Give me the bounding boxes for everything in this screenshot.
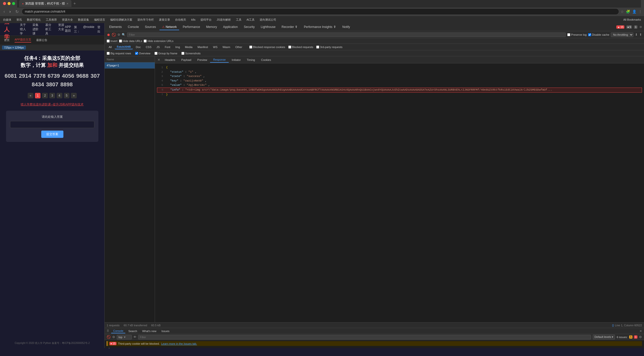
resp-tab-headers[interactable]: Headers [162,57,178,62]
bookmark-tools[interactable]: 工具推荐 [45,17,58,22]
bookmark-all[interactable]: All Bookmarks [622,18,642,22]
search-icon[interactable]: 🔍 [122,33,126,36]
console-expand-arrow[interactable]: › [107,346,642,350]
maximize-button[interactable] [12,2,15,5]
active-tab[interactable]: ● 第四题 管管图，样式干扰 - 猎 ✕ [19,0,71,7]
filter-input[interactable] [127,32,566,37]
bookmark-data-viz[interactable]: 数据可视化 [26,17,42,22]
dt-tab-console[interactable]: Console [125,24,141,30]
type-css[interactable]: CSS [144,45,153,49]
nav-about[interactable]: 关于猎人学 [20,23,29,36]
dt-tab-sources[interactable]: Sources [142,24,158,30]
disable-cache-checkbox[interactable]: Disable cache [588,33,609,36]
bookmark-reverstest[interactable]: 逆向测试公司 [259,17,277,22]
bookmark-datacollect[interactable]: 数据采集 [77,17,90,22]
dt-tab-security[interactable]: Security [241,24,257,30]
console-tab-issues[interactable]: Issues [159,329,172,333]
nav-third[interactable]: 第三： [74,25,80,34]
dt-tab-performance[interactable]: Performance [180,24,203,30]
subnav-news[interactable]: 最新公告 [36,38,47,42]
import-har-icon[interactable]: ⬇ [635,33,638,36]
bookmark-reverse[interactable]: 逆向学习专栏 [136,17,155,22]
console-level-dropdown[interactable]: Default levels ▾ [593,335,615,339]
promo-link[interactable]: 猎人学爬虫逆向进阶课--提升JS和APP逆向技术 [4,102,100,107]
new-tab-button[interactable]: + [72,0,77,7]
hide-extension-urls-checkbox[interactable]: Hide extension URLs [144,39,173,43]
dt-tab-application[interactable]: Application [220,24,240,30]
nav-rookie[interactable]: @rookie [83,25,94,34]
filter-icon[interactable]: ⚙ [117,33,120,36]
type-media[interactable]: Media [183,45,194,49]
console-tab-whatsnew[interactable]: What's new [140,329,158,333]
type-img[interactable]: Img [173,45,182,49]
dt-tab-recorder[interactable]: Recorder 🎙 [279,24,300,30]
big-request-rows-check[interactable]: Big request rows [107,52,131,55]
minimize-button[interactable] [8,2,11,5]
resp-tab-initiator[interactable]: Initiator [229,57,244,62]
bookmark-k8s[interactable]: k8s [190,18,196,22]
dt-tab-memory[interactable]: Memory [204,24,219,30]
dt-tab-network[interactable]: ⚠ Network [159,24,179,30]
resp-tab-response[interactable]: Response [210,57,229,63]
type-manifest[interactable]: Manifest [195,45,210,49]
type-wasm[interactable]: Wasm [221,45,232,49]
bookmark-zixun[interactable]: 资讯 [15,17,23,22]
warn-learn-more-link[interactable]: Learn more in the Issues tab. [161,342,197,345]
bookmark-zimeiti[interactable]: 自媒体 [2,17,12,22]
submit-button[interactable]: 提交答案 [41,131,63,138]
record-icon[interactable]: ⏺ [107,33,110,37]
forward-button[interactable]: › [8,8,12,15]
console-tab-console[interactable]: Console [111,329,125,333]
console-settings-icon[interactable]: ⚙ [639,335,642,339]
console-close-icon[interactable]: ✕ [639,329,642,333]
subnav-home[interactable]: 首页 [4,38,10,42]
dt-tab-notify[interactable]: Notify [340,24,353,30]
nav-app[interactable]: APP题目 [65,25,71,34]
settings-gear-icon[interactable]: ⚙ [639,25,642,29]
pagination-page-2[interactable]: 2 [42,93,48,98]
bookmark-auto[interactable]: 自动相关 [174,17,187,22]
console-filter-input[interactable] [138,335,591,339]
type-js[interactable]: JS [154,45,162,49]
pagination-prev[interactable]: « [28,93,33,98]
request-item-1[interactable]: 4?page=1 [105,62,155,69]
extensions-icon[interactable]: 🧩 [626,10,630,14]
pagination-page-4[interactable]: 4 [57,93,62,98]
subnav-app[interactable]: APP题目主页 [15,38,31,43]
pagination-page-5[interactable]: 5 [64,93,70,98]
pagination-next[interactable]: » [71,93,77,98]
menu-icon[interactable]: ⋮ [638,10,642,14]
hide-data-urls-checkbox[interactable]: Hide data URLs [119,39,142,43]
bookmark-jsreverse[interactable]: JS逆向解析 [216,17,232,22]
bookmark-lang[interactable]: 编程语言 [93,17,106,22]
console-top-dropdown[interactable]: top ▼ [117,335,132,339]
overview-check[interactable]: Overview [135,52,150,55]
group-by-frame-check[interactable]: Group by frame [154,52,177,55]
type-fetch-xhr[interactable]: Fetch/XHR [115,45,133,49]
bookmark-resources[interactable]: 资源大全 [61,17,74,22]
resp-tab-timing[interactable]: Timing [244,57,258,62]
nav-analysis[interactable]: 基分析工具 [45,23,54,36]
pagination-page-3[interactable]: 3 [49,93,55,98]
resp-tab-close[interactable]: ✕ [156,57,162,63]
dt-tab-perf-insights[interactable]: Performance Insights 🎙 [301,24,339,30]
nav-resources[interactable]: 资源大全 [58,23,65,36]
blocked-requests-check[interactable]: Blocked requests [288,46,313,49]
dt-tab-lighthouse[interactable]: Lighthouse [258,24,278,30]
pagination-page-1[interactable]: 1 [35,93,41,98]
address-bar[interactable]: match.yuanrenxue.cn/match/4 [22,8,619,15]
screenshots-check[interactable]: Screenshots [181,52,200,55]
blocked-cookies-check[interactable]: Blocked response cookies [249,46,285,49]
profile-icon[interactable]: 👤 [632,10,636,14]
dt-tab-elements[interactable]: Elements [107,24,124,30]
type-ws[interactable]: WS [211,45,220,49]
bookmark-icon[interactable]: ☆ [621,10,624,14]
console-tab-search[interactable]: Search [126,329,139,333]
clear-icon[interactable]: 🚫 [112,33,116,37]
console-eye-icon[interactable]: 👁 [133,335,137,339]
answer-input[interactable] [10,121,94,128]
close-button[interactable] [3,2,6,5]
type-font[interactable]: Font [163,45,172,49]
export-har-icon[interactable]: ⬆ [639,33,642,36]
preserve-log-checkbox[interactable]: Preserve log [567,33,587,36]
